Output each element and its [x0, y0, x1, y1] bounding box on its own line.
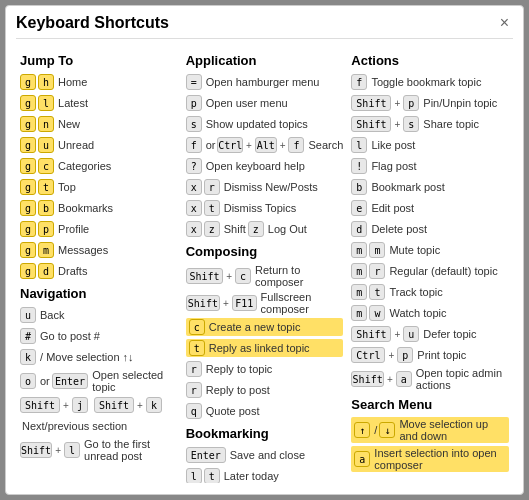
shortcut-hamburger: = Open hamburger menu: [186, 73, 344, 91]
column-1: Jump To g h Home g l Latest g n New g u …: [16, 47, 182, 483]
key-f2: f: [288, 137, 304, 153]
shortcut-edit-post: e Edit post: [351, 199, 509, 217]
key-ctrl-print: Ctrl: [351, 347, 385, 363]
shortcut-quote-post: q Quote post: [186, 402, 344, 420]
shortcut-track-topic: m t Track topic: [351, 283, 509, 301]
label-reply-topic: Reply to topic: [206, 363, 273, 375]
label-bookmark-post: Bookmark post: [371, 181, 444, 193]
key-t-reply: t: [189, 340, 205, 356]
label-top: Top: [58, 181, 76, 193]
shortcut-logout: x z Shift z Log Out: [186, 220, 344, 238]
key-l-later: l: [186, 468, 202, 483]
key-d-delete: d: [351, 221, 367, 237]
key-g: g: [20, 74, 36, 90]
label-track-topic: Track topic: [389, 286, 442, 298]
key-t-today: t: [204, 468, 220, 483]
shortcut-goto-post: # Go to post #: [20, 327, 178, 345]
key-r-topic: r: [186, 361, 202, 377]
key-j: j: [72, 397, 88, 413]
label-home: Home: [58, 76, 87, 88]
key-m: m: [38, 242, 54, 258]
shortcut-reply-post: r Reply to post: [186, 381, 344, 399]
key-l: l: [38, 95, 54, 111]
key-g: g: [20, 200, 36, 216]
label-messages: Messages: [58, 244, 108, 256]
shortcut-new: g n New: [20, 115, 178, 133]
label-dismiss-new: Dismiss New/Posts: [224, 181, 318, 193]
key-k: k: [146, 397, 162, 413]
section-title-search-menu: Search Menu: [351, 397, 509, 412]
key-shift: Shift: [20, 442, 52, 458]
label-user-menu: Open user menu: [206, 97, 288, 109]
key-w-watch2: w: [369, 305, 385, 321]
shortcut-print-topic: Ctrl + p Print topic: [351, 346, 509, 364]
key-g: g: [20, 242, 36, 258]
key-h: h: [38, 74, 54, 90]
section-title-navigation: Navigation: [20, 286, 178, 301]
shortcut-move-selection: k / Move selection ↑↓: [20, 348, 178, 366]
key-z2: z: [248, 221, 264, 237]
key-m-mute1: m: [351, 242, 367, 258]
label-watch-topic: Watch topic: [389, 307, 446, 319]
key-hash: #: [20, 328, 36, 344]
shortcut-reply-linked: t Reply as linked topic: [186, 339, 344, 357]
shortcut-home: g h Home: [20, 73, 178, 91]
shortcut-later-today: l t Later today: [186, 467, 344, 483]
label-move-up-down: Move selection up and down: [399, 418, 506, 442]
shortcut-topic-admin: Shift + a Open topic admin actions: [351, 367, 509, 391]
key-b-bookmark: b: [351, 179, 367, 195]
key-shift-admin: Shift: [351, 371, 384, 387]
key-enter-save: Enter: [186, 447, 226, 463]
label-bookmarks: Bookmarks: [58, 202, 113, 214]
key-g: g: [20, 137, 36, 153]
shortcut-next-prev-label: Next/previous section: [20, 417, 178, 435]
shortcut-profile: g p Profile: [20, 220, 178, 238]
key-e-edit: e: [351, 200, 367, 216]
key-m-watch1: m: [351, 305, 367, 321]
shortcut-next-prev-keys: Shift + j Shift + k: [20, 396, 178, 414]
shortcut-delete-post: d Delete post: [351, 220, 509, 238]
shortcut-watch-topic: m w Watch topic: [351, 304, 509, 322]
label-pin-unpin: Pin/Unpin topic: [423, 97, 497, 109]
label-regular-topic: Regular (default) topic: [389, 265, 497, 277]
key-t-track2: t: [369, 284, 385, 300]
shortcut-keyboard-help: ? Open keyboard help: [186, 157, 344, 175]
label-or-search: or: [206, 139, 216, 151]
close-button[interactable]: ×: [496, 14, 513, 32]
key-l-like: l: [351, 137, 367, 153]
key-g: g: [20, 221, 36, 237]
key-enter: Enter: [52, 373, 88, 389]
key-exclaim: !: [351, 158, 367, 174]
label-categories: Categories: [58, 160, 111, 172]
label-like-post: Like post: [371, 139, 415, 151]
label-return-composer: Return to composer: [255, 264, 343, 288]
key-k: k: [20, 349, 36, 365]
section-title-jump-to: Jump To: [20, 53, 178, 68]
label-save-close: Save and close: [230, 449, 305, 461]
shortcut-search: f or Ctrl + Alt + f Search: [186, 136, 344, 154]
shortcut-save-close: Enter Save and close: [186, 446, 344, 464]
shortcut-create-topic: c Create a new topic: [186, 318, 344, 336]
key-s-share: s: [403, 116, 419, 132]
label-flag-post: Flag post: [371, 160, 416, 172]
shortcut-bookmarks: g b Bookmarks: [20, 199, 178, 217]
key-p: p: [186, 95, 202, 111]
column-2: Application = Open hamburger menu p Open…: [182, 47, 348, 483]
label-later-today: Later today: [224, 470, 279, 482]
shortcut-unread: g u Unread: [20, 136, 178, 154]
shortcut-move-up-down: ↑ / ↓ Move selection up and down: [351, 417, 509, 443]
shortcut-mute-topic: m m Mute topic: [351, 241, 509, 259]
key-shift-pin: Shift: [351, 95, 391, 111]
label-mute-topic: Mute topic: [389, 244, 440, 256]
label-insert-selection: Insert selection into open composer: [374, 447, 506, 471]
key-p-print: p: [397, 347, 413, 363]
label-topic-admin: Open topic admin actions: [416, 367, 509, 391]
label-reply-linked: Reply as linked topic: [209, 342, 310, 354]
key-f-bookmark: f: [351, 74, 367, 90]
modal-content: Jump To g h Home g l Latest g n New g u …: [16, 47, 513, 483]
key-c: c: [235, 268, 251, 284]
key-shift-c: Shift: [186, 268, 224, 284]
shortcut-toggle-bookmark: f Toggle bookmark topic: [351, 73, 509, 91]
key-shift-share: Shift: [351, 116, 391, 132]
key-o: o: [20, 373, 36, 389]
